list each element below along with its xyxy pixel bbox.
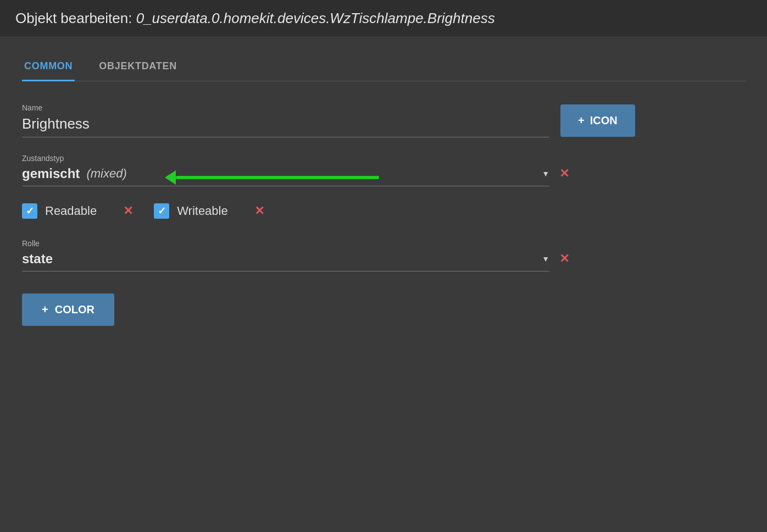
icon-button-label: ICON — [590, 114, 618, 127]
name-field-group: Name Brightness — [22, 103, 549, 137]
writeable-item: ✓ Writeable — [154, 203, 228, 219]
rolle-label: Rolle — [22, 239, 549, 248]
main-content: COMMON OBJEKTDATEN Name Brightness + ICO… — [0, 37, 767, 342]
tab-common[interactable]: COMMON — [22, 54, 75, 81]
readable-checkbox[interactable]: ✓ — [22, 203, 37, 219]
readable-label: Readable — [45, 204, 97, 218]
rolle-row: Rolle state ▼ ✕ — [22, 239, 745, 271]
rolle-x-icon: ✕ — [559, 252, 569, 265]
rolle-field-group: Rolle state ▼ — [22, 239, 549, 271]
writeable-check-icon: ✓ — [158, 205, 166, 217]
zustandstyp-arrow-icon: ▼ — [542, 169, 549, 178]
readable-x-icon: ✕ — [123, 204, 133, 218]
title-path: 0_userdata.0.homekit.devices.WzTischlamp… — [136, 10, 495, 26]
zustandstyp-value: gemischt — [22, 166, 80, 181]
readable-item: ✓ Readable — [22, 203, 97, 219]
icon-button-plus: + — [578, 114, 585, 127]
green-arrow-annotation — [165, 170, 379, 185]
name-value[interactable]: Brightness — [22, 115, 549, 137]
zustandstyp-clear-button[interactable]: ✕ — [555, 165, 574, 182]
rolle-select[interactable]: state ▼ — [22, 251, 549, 271]
zustandstyp-select[interactable]: gemischt (mixed) ▼ — [22, 166, 549, 186]
readable-clear-button[interactable]: ✕ — [119, 203, 137, 219]
tab-bar: COMMON OBJEKTDATEN — [22, 54, 745, 81]
zustandstyp-select-wrapper: gemischt (mixed) ▼ — [22, 166, 549, 186]
writeable-checkbox[interactable]: ✓ — [154, 203, 169, 219]
readable-check-icon: ✓ — [26, 205, 34, 217]
writeable-x-icon: ✕ — [254, 204, 264, 218]
form-section: Name Brightness + ICON Zustandstyp gemis… — [22, 103, 745, 326]
rolle-select-wrapper: state ▼ — [22, 251, 549, 271]
zustandstyp-field-group: Zustandstyp gemischt (mixed) ▼ — [22, 154, 549, 186]
zustandstyp-label: Zustandstyp — [22, 154, 549, 163]
writeable-label: Writeable — [177, 204, 228, 218]
checkbox-row: ✓ Readable ✕ ✓ Writeable ✕ — [22, 203, 745, 219]
tab-objektdaten[interactable]: OBJEKTDATEN — [97, 54, 179, 81]
zustandstyp-mixed: (mixed) — [86, 167, 126, 181]
title-bar: Objekt bearbeiten: 0_userdata.0.homekit.… — [0, 0, 767, 37]
color-button[interactable]: + COLOR — [22, 293, 114, 326]
writeable-clear-button[interactable]: ✕ — [250, 203, 269, 219]
icon-button[interactable]: + ICON — [560, 104, 635, 137]
name-label: Name — [22, 103, 549, 112]
title-prefix: Objekt bearbeiten: — [15, 10, 136, 26]
zustandstyp-x-icon: ✕ — [559, 167, 569, 180]
rolle-value: state — [22, 251, 53, 267]
color-button-label: COLOR — [55, 303, 95, 316]
color-button-plus: + — [42, 303, 48, 316]
name-row: Name Brightness + ICON — [22, 103, 745, 137]
zustandstyp-row: Zustandstyp gemischt (mixed) ▼ ✕ — [22, 154, 745, 186]
rolle-arrow-icon: ▼ — [542, 254, 549, 263]
rolle-clear-button[interactable]: ✕ — [555, 251, 574, 267]
